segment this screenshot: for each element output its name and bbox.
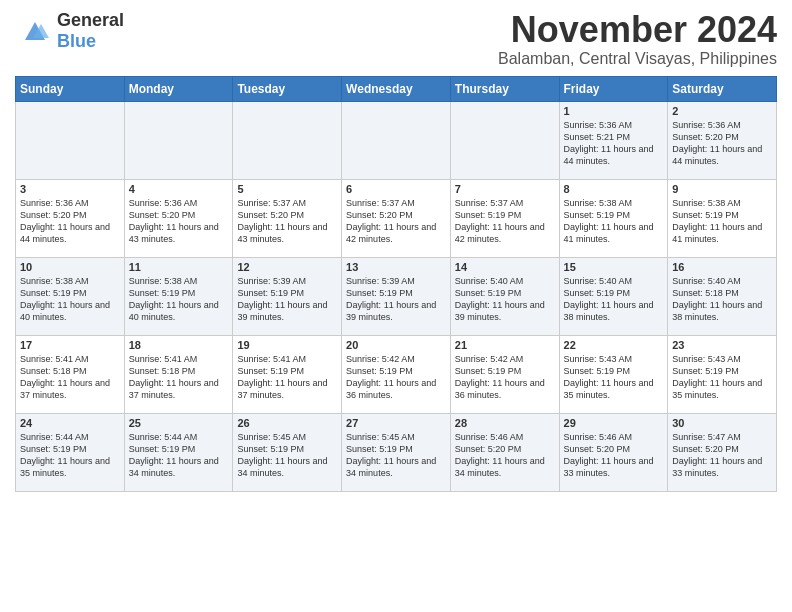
day-number: 8: [564, 183, 664, 195]
day-info: Sunrise: 5:38 AM Sunset: 5:19 PM Dayligh…: [564, 197, 664, 246]
day-info: Sunrise: 5:46 AM Sunset: 5:20 PM Dayligh…: [564, 431, 664, 480]
calendar-week-row: 24Sunrise: 5:44 AM Sunset: 5:19 PM Dayli…: [16, 413, 777, 491]
header: General Blue November 2024 Balamban, Cen…: [15, 10, 777, 68]
title-area: November 2024 Balamban, Central Visayas,…: [498, 10, 777, 68]
day-number: 6: [346, 183, 446, 195]
calendar-day-cell: 5Sunrise: 5:37 AM Sunset: 5:20 PM Daylig…: [233, 179, 342, 257]
col-saturday: Saturday: [668, 76, 777, 101]
calendar-day-cell: [450, 101, 559, 179]
day-number: 11: [129, 261, 229, 273]
calendar-table: Sunday Monday Tuesday Wednesday Thursday…: [15, 76, 777, 492]
calendar-week-row: 3Sunrise: 5:36 AM Sunset: 5:20 PM Daylig…: [16, 179, 777, 257]
day-info: Sunrise: 5:45 AM Sunset: 5:19 PM Dayligh…: [346, 431, 446, 480]
day-number: 17: [20, 339, 120, 351]
day-info: Sunrise: 5:46 AM Sunset: 5:20 PM Dayligh…: [455, 431, 555, 480]
header-row: Sunday Monday Tuesday Wednesday Thursday…: [16, 76, 777, 101]
day-info: Sunrise: 5:42 AM Sunset: 5:19 PM Dayligh…: [455, 353, 555, 402]
calendar-day-cell: [16, 101, 125, 179]
day-info: Sunrise: 5:36 AM Sunset: 5:20 PM Dayligh…: [20, 197, 120, 246]
day-number: 2: [672, 105, 772, 117]
day-info: Sunrise: 5:37 AM Sunset: 5:20 PM Dayligh…: [237, 197, 337, 246]
day-info: Sunrise: 5:40 AM Sunset: 5:19 PM Dayligh…: [455, 275, 555, 324]
day-number: 26: [237, 417, 337, 429]
day-info: Sunrise: 5:44 AM Sunset: 5:19 PM Dayligh…: [20, 431, 120, 480]
day-number: 15: [564, 261, 664, 273]
day-info: Sunrise: 5:39 AM Sunset: 5:19 PM Dayligh…: [346, 275, 446, 324]
day-info: Sunrise: 5:41 AM Sunset: 5:19 PM Dayligh…: [237, 353, 337, 402]
day-info: Sunrise: 5:43 AM Sunset: 5:19 PM Dayligh…: [564, 353, 664, 402]
day-number: 24: [20, 417, 120, 429]
day-number: 14: [455, 261, 555, 273]
calendar-day-cell: [233, 101, 342, 179]
day-info: Sunrise: 5:41 AM Sunset: 5:18 PM Dayligh…: [129, 353, 229, 402]
calendar-day-cell: 1Sunrise: 5:36 AM Sunset: 5:21 PM Daylig…: [559, 101, 668, 179]
calendar-day-cell: 25Sunrise: 5:44 AM Sunset: 5:19 PM Dayli…: [124, 413, 233, 491]
day-info: Sunrise: 5:44 AM Sunset: 5:19 PM Dayligh…: [129, 431, 229, 480]
day-info: Sunrise: 5:37 AM Sunset: 5:19 PM Dayligh…: [455, 197, 555, 246]
day-info: Sunrise: 5:37 AM Sunset: 5:20 PM Dayligh…: [346, 197, 446, 246]
col-thursday: Thursday: [450, 76, 559, 101]
day-number: 19: [237, 339, 337, 351]
col-tuesday: Tuesday: [233, 76, 342, 101]
day-info: Sunrise: 5:38 AM Sunset: 5:19 PM Dayligh…: [129, 275, 229, 324]
calendar-day-cell: 10Sunrise: 5:38 AM Sunset: 5:19 PM Dayli…: [16, 257, 125, 335]
calendar-day-cell: 30Sunrise: 5:47 AM Sunset: 5:20 PM Dayli…: [668, 413, 777, 491]
day-number: 10: [20, 261, 120, 273]
main-container: General Blue November 2024 Balamban, Cen…: [0, 0, 792, 502]
calendar-day-cell: 17Sunrise: 5:41 AM Sunset: 5:18 PM Dayli…: [16, 335, 125, 413]
calendar-day-cell: 20Sunrise: 5:42 AM Sunset: 5:19 PM Dayli…: [342, 335, 451, 413]
day-info: Sunrise: 5:43 AM Sunset: 5:19 PM Dayligh…: [672, 353, 772, 402]
day-info: Sunrise: 5:42 AM Sunset: 5:19 PM Dayligh…: [346, 353, 446, 402]
calendar-week-row: 17Sunrise: 5:41 AM Sunset: 5:18 PM Dayli…: [16, 335, 777, 413]
day-number: 7: [455, 183, 555, 195]
calendar-day-cell: 19Sunrise: 5:41 AM Sunset: 5:19 PM Dayli…: [233, 335, 342, 413]
day-number: 3: [20, 183, 120, 195]
col-wednesday: Wednesday: [342, 76, 451, 101]
month-title: November 2024: [498, 10, 777, 50]
calendar-day-cell: 24Sunrise: 5:44 AM Sunset: 5:19 PM Dayli…: [16, 413, 125, 491]
calendar-day-cell: 22Sunrise: 5:43 AM Sunset: 5:19 PM Dayli…: [559, 335, 668, 413]
calendar-day-cell: 13Sunrise: 5:39 AM Sunset: 5:19 PM Dayli…: [342, 257, 451, 335]
calendar-day-cell: 3Sunrise: 5:36 AM Sunset: 5:20 PM Daylig…: [16, 179, 125, 257]
logo-general: General: [57, 10, 124, 31]
calendar-day-cell: 12Sunrise: 5:39 AM Sunset: 5:19 PM Dayli…: [233, 257, 342, 335]
calendar-day-cell: 4Sunrise: 5:36 AM Sunset: 5:20 PM Daylig…: [124, 179, 233, 257]
col-monday: Monday: [124, 76, 233, 101]
calendar-header: Sunday Monday Tuesday Wednesday Thursday…: [16, 76, 777, 101]
day-number: 25: [129, 417, 229, 429]
calendar-day-cell: 29Sunrise: 5:46 AM Sunset: 5:20 PM Dayli…: [559, 413, 668, 491]
calendar-body: 1Sunrise: 5:36 AM Sunset: 5:21 PM Daylig…: [16, 101, 777, 491]
day-number: 16: [672, 261, 772, 273]
day-number: 21: [455, 339, 555, 351]
calendar-day-cell: 21Sunrise: 5:42 AM Sunset: 5:19 PM Dayli…: [450, 335, 559, 413]
col-friday: Friday: [559, 76, 668, 101]
day-number: 28: [455, 417, 555, 429]
calendar-day-cell: 23Sunrise: 5:43 AM Sunset: 5:19 PM Dayli…: [668, 335, 777, 413]
calendar-day-cell: 26Sunrise: 5:45 AM Sunset: 5:19 PM Dayli…: [233, 413, 342, 491]
logo-blue: Blue: [57, 31, 124, 52]
calendar-day-cell: 14Sunrise: 5:40 AM Sunset: 5:19 PM Dayli…: [450, 257, 559, 335]
day-number: 23: [672, 339, 772, 351]
calendar-day-cell: 9Sunrise: 5:38 AM Sunset: 5:19 PM Daylig…: [668, 179, 777, 257]
calendar-day-cell: 2Sunrise: 5:36 AM Sunset: 5:20 PM Daylig…: [668, 101, 777, 179]
calendar-day-cell: 28Sunrise: 5:46 AM Sunset: 5:20 PM Dayli…: [450, 413, 559, 491]
day-info: Sunrise: 5:45 AM Sunset: 5:19 PM Dayligh…: [237, 431, 337, 480]
day-number: 9: [672, 183, 772, 195]
calendar-day-cell: 27Sunrise: 5:45 AM Sunset: 5:19 PM Dayli…: [342, 413, 451, 491]
day-info: Sunrise: 5:36 AM Sunset: 5:20 PM Dayligh…: [129, 197, 229, 246]
calendar-week-row: 10Sunrise: 5:38 AM Sunset: 5:19 PM Dayli…: [16, 257, 777, 335]
calendar-day-cell: 11Sunrise: 5:38 AM Sunset: 5:19 PM Dayli…: [124, 257, 233, 335]
day-number: 30: [672, 417, 772, 429]
day-number: 13: [346, 261, 446, 273]
day-number: 22: [564, 339, 664, 351]
day-info: Sunrise: 5:47 AM Sunset: 5:20 PM Dayligh…: [672, 431, 772, 480]
day-number: 12: [237, 261, 337, 273]
day-number: 1: [564, 105, 664, 117]
day-number: 27: [346, 417, 446, 429]
calendar-day-cell: [124, 101, 233, 179]
calendar-day-cell: 6Sunrise: 5:37 AM Sunset: 5:20 PM Daylig…: [342, 179, 451, 257]
day-number: 20: [346, 339, 446, 351]
logo: General Blue: [15, 10, 124, 52]
day-number: 29: [564, 417, 664, 429]
logo-text: General Blue: [57, 10, 124, 52]
